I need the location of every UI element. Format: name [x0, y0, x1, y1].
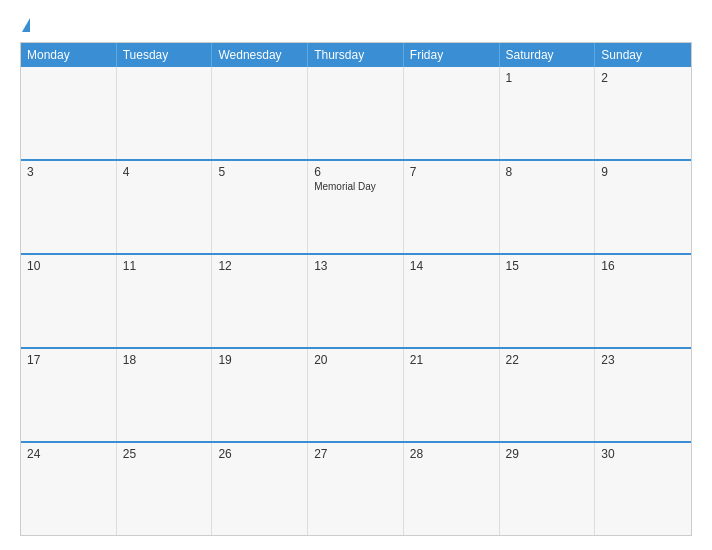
- day-cell: 20: [308, 349, 404, 441]
- day-cell: [404, 67, 500, 159]
- day-number: 27: [314, 447, 397, 461]
- day-cell: 16: [595, 255, 691, 347]
- day-cell: 24: [21, 443, 117, 535]
- day-cell: 30: [595, 443, 691, 535]
- day-number: 19: [218, 353, 301, 367]
- day-number: 28: [410, 447, 493, 461]
- day-cell: 11: [117, 255, 213, 347]
- day-number: 20: [314, 353, 397, 367]
- day-cell: 27: [308, 443, 404, 535]
- day-number: 2: [601, 71, 685, 85]
- day-number: 8: [506, 165, 589, 179]
- day-number: 14: [410, 259, 493, 273]
- day-number: 23: [601, 353, 685, 367]
- calendar-header: [20, 18, 692, 32]
- day-cell: 5: [212, 161, 308, 253]
- logo-triangle-icon: [22, 18, 30, 32]
- day-cell: 18: [117, 349, 213, 441]
- day-cell: [117, 67, 213, 159]
- week-row-1: 12: [21, 67, 691, 159]
- day-number: 18: [123, 353, 206, 367]
- day-cell: 6Memorial Day: [308, 161, 404, 253]
- day-cell: 10: [21, 255, 117, 347]
- day-number: 7: [410, 165, 493, 179]
- day-cell: 29: [500, 443, 596, 535]
- logo: [20, 18, 30, 32]
- day-number: 21: [410, 353, 493, 367]
- day-number: 9: [601, 165, 685, 179]
- day-number: 30: [601, 447, 685, 461]
- day-header-saturday: Saturday: [500, 43, 596, 67]
- day-cell: 13: [308, 255, 404, 347]
- day-number: 3: [27, 165, 110, 179]
- day-number: 12: [218, 259, 301, 273]
- day-number: 17: [27, 353, 110, 367]
- day-cell: 12: [212, 255, 308, 347]
- week-row-2: 3456Memorial Day789: [21, 159, 691, 253]
- day-event: Memorial Day: [314, 181, 397, 192]
- day-cell: 3: [21, 161, 117, 253]
- day-cell: [21, 67, 117, 159]
- day-header-monday: Monday: [21, 43, 117, 67]
- day-number: 22: [506, 353, 589, 367]
- weeks-container: 123456Memorial Day7891011121314151617181…: [21, 67, 691, 535]
- day-cell: 14: [404, 255, 500, 347]
- day-header-sunday: Sunday: [595, 43, 691, 67]
- day-number: 5: [218, 165, 301, 179]
- day-number: 16: [601, 259, 685, 273]
- day-cell: 23: [595, 349, 691, 441]
- day-number: 29: [506, 447, 589, 461]
- day-cell: 8: [500, 161, 596, 253]
- day-cell: 17: [21, 349, 117, 441]
- day-number: 25: [123, 447, 206, 461]
- day-number: 1: [506, 71, 589, 85]
- week-row-4: 17181920212223: [21, 347, 691, 441]
- day-header-friday: Friday: [404, 43, 500, 67]
- day-cell: 19: [212, 349, 308, 441]
- day-cell: 26: [212, 443, 308, 535]
- day-cell: 9: [595, 161, 691, 253]
- day-number: 13: [314, 259, 397, 273]
- day-number: 15: [506, 259, 589, 273]
- day-header-thursday: Thursday: [308, 43, 404, 67]
- day-number: 11: [123, 259, 206, 273]
- day-cell: 1: [500, 67, 596, 159]
- calendar-grid: MondayTuesdayWednesdayThursdayFridaySatu…: [20, 42, 692, 536]
- day-number: 4: [123, 165, 206, 179]
- day-cell: 2: [595, 67, 691, 159]
- day-headers-row: MondayTuesdayWednesdayThursdayFridaySatu…: [21, 43, 691, 67]
- day-number: 10: [27, 259, 110, 273]
- week-row-5: 24252627282930: [21, 441, 691, 535]
- day-cell: [212, 67, 308, 159]
- calendar-page: MondayTuesdayWednesdayThursdayFridaySatu…: [0, 0, 712, 550]
- day-cell: 21: [404, 349, 500, 441]
- week-row-3: 10111213141516: [21, 253, 691, 347]
- day-cell: [308, 67, 404, 159]
- day-cell: 22: [500, 349, 596, 441]
- day-cell: 15: [500, 255, 596, 347]
- day-cell: 4: [117, 161, 213, 253]
- day-cell: 7: [404, 161, 500, 253]
- day-cell: 25: [117, 443, 213, 535]
- day-number: 26: [218, 447, 301, 461]
- day-cell: 28: [404, 443, 500, 535]
- day-number: 6: [314, 165, 397, 179]
- day-number: 24: [27, 447, 110, 461]
- day-header-tuesday: Tuesday: [117, 43, 213, 67]
- day-header-wednesday: Wednesday: [212, 43, 308, 67]
